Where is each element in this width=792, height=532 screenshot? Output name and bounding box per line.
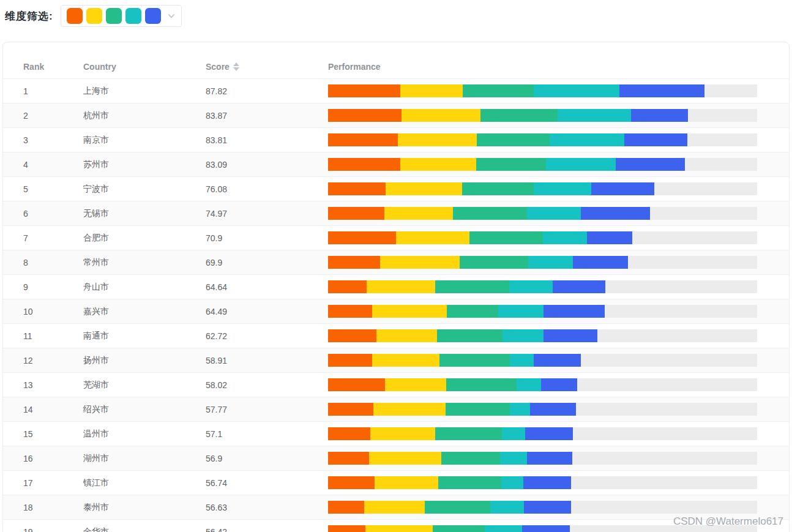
bar-segment-orange — [328, 427, 370, 440]
bar-segment-orange — [328, 280, 367, 293]
performance-bar — [328, 231, 757, 244]
bar-segment-teal — [485, 525, 522, 532]
performance-bar — [328, 280, 757, 293]
country-cell: 湖州市 — [83, 453, 206, 464]
rank-cell: 7 — [3, 233, 83, 243]
bar-segment-blue — [553, 280, 605, 293]
table-row: 6无锡市74.97 — [3, 201, 789, 226]
bar-segment-blue — [523, 476, 572, 489]
bar-segment-green — [446, 403, 509, 416]
score-cell: 56.9 — [206, 454, 328, 463]
performance-bar — [328, 452, 757, 465]
bar-segment-green — [462, 182, 534, 195]
rank-cell: 9 — [3, 282, 83, 292]
table-row: 12扬州市58.91 — [3, 348, 789, 373]
performance-cell — [328, 280, 789, 293]
dimension-filter-select[interactable] — [61, 5, 182, 27]
bar-segment-teal — [509, 280, 553, 293]
performance-bar — [328, 133, 757, 146]
ranking-table-card: Rank Country Score Performance 1上海市87.82… — [2, 42, 790, 532]
bar-segment-yellow — [373, 403, 446, 416]
rank-cell: 15 — [3, 429, 83, 439]
bar-segment-green — [441, 452, 500, 465]
bar-segment-teal — [500, 452, 527, 465]
table-header-row: Rank Country Score Performance — [3, 54, 789, 79]
score-cell: 76.08 — [206, 184, 328, 194]
bar-segment-green — [433, 525, 485, 532]
dimension-swatch-teal[interactable] — [125, 8, 141, 24]
bar-segment-blue — [624, 133, 688, 146]
table-row: 11南通市62.72 — [3, 324, 789, 348]
bar-segment-green — [453, 207, 527, 220]
score-cell: 56.74 — [206, 478, 328, 488]
rank-cell: 18 — [3, 503, 83, 512]
rank-cell: 10 — [3, 307, 83, 317]
country-cell: 宁波市 — [83, 184, 206, 195]
performance-cell — [328, 182, 789, 195]
country-cell: 上海市 — [83, 86, 206, 97]
bar-segment-orange — [328, 452, 369, 465]
bar-segment-orange — [328, 231, 396, 244]
bar-segment-blue — [587, 231, 632, 244]
bar-segment-orange — [328, 207, 384, 220]
bar-segment-yellow — [396, 231, 469, 244]
bar-segment-green — [477, 133, 550, 146]
score-cell: 58.02 — [206, 380, 328, 390]
bar-segment-yellow — [369, 452, 441, 465]
rank-cell: 3 — [3, 135, 83, 145]
performance-bar — [328, 182, 757, 195]
dimension-swatch-green[interactable] — [106, 8, 122, 24]
bar-segment-orange — [328, 403, 373, 416]
country-cell: 金华市 — [83, 526, 206, 532]
bar-segment-teal — [502, 427, 525, 440]
bar-segment-blue — [522, 525, 570, 532]
performance-bar — [328, 354, 757, 367]
bar-segment-green — [435, 427, 502, 440]
dimension-swatch-yellow[interactable] — [86, 8, 102, 24]
chevron-down-icon[interactable] — [167, 12, 176, 20]
bar-segment-blue — [541, 378, 577, 391]
bar-segment-yellow — [398, 133, 477, 146]
performance-bar — [328, 329, 757, 342]
bar-segment-green — [438, 476, 501, 489]
bar-segment-blue — [524, 501, 571, 514]
sort-icon[interactable] — [233, 62, 239, 71]
bar-segment-teal — [534, 84, 619, 97]
column-header-rank: Rank — [3, 62, 83, 72]
country-cell: 扬州市 — [83, 355, 206, 366]
bar-segment-teal — [527, 207, 581, 220]
dimension-swatch-orange[interactable] — [67, 8, 83, 24]
bar-segment-blue — [631, 109, 688, 122]
bar-segment-green — [476, 158, 546, 171]
performance-cell — [328, 305, 789, 318]
sort-descending-icon[interactable] — [233, 67, 239, 71]
column-header-score[interactable]: Score — [206, 62, 328, 72]
bar-segment-green — [446, 378, 517, 391]
bar-segment-blue — [544, 305, 605, 318]
country-cell: 嘉兴市 — [83, 306, 206, 317]
bar-segment-blue — [525, 427, 573, 440]
bar-segment-teal — [528, 256, 572, 269]
bar-segment-teal — [543, 231, 587, 244]
watermark: CSDN @Watermelo617 — [673, 515, 783, 528]
bar-segment-green — [480, 109, 558, 122]
rank-cell: 1 — [3, 86, 83, 96]
dimension-filter-bar: 维度筛选: — [5, 5, 182, 27]
bar-segment-green — [439, 354, 509, 367]
column-header-performance: Performance — [328, 62, 789, 72]
sort-ascending-icon[interactable] — [233, 62, 239, 66]
performance-cell — [328, 133, 789, 146]
performance-cell — [328, 378, 789, 391]
bar-segment-yellow — [400, 84, 463, 97]
bar-segment-orange — [328, 182, 386, 195]
country-cell: 镇江市 — [83, 478, 206, 489]
bar-segment-teal — [558, 109, 631, 122]
rank-cell: 13 — [3, 380, 83, 390]
score-cell: 64.64 — [206, 282, 328, 292]
performance-cell — [328, 476, 789, 489]
bar-segment-yellow — [375, 476, 438, 489]
score-cell: 56.42 — [206, 527, 328, 532]
dimension-swatch-blue[interactable] — [145, 8, 161, 24]
country-cell: 南通市 — [83, 331, 206, 342]
performance-bar — [328, 378, 757, 391]
